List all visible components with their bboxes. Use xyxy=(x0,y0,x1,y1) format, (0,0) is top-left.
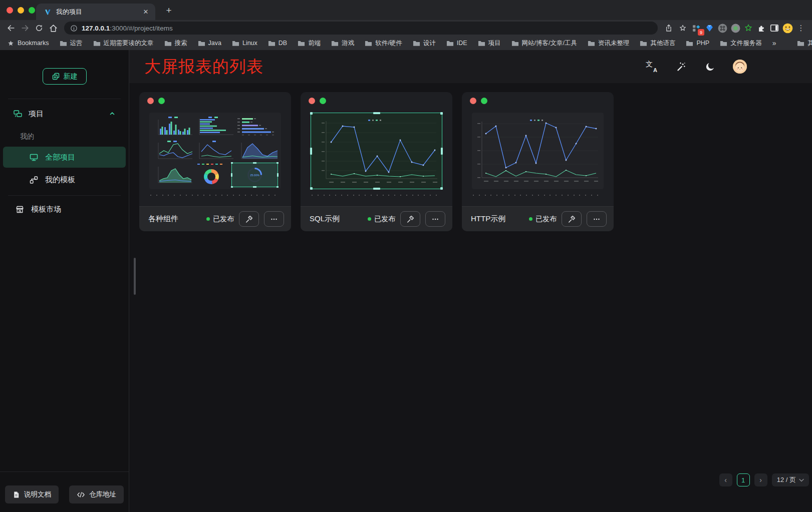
browser-menu-button[interactable]: ⋮ xyxy=(794,22,808,35)
edit-button[interactable] xyxy=(239,211,259,227)
extension-star-button[interactable] xyxy=(742,22,755,35)
folder-icon xyxy=(331,40,339,47)
docs-button[interactable]: 说明文档 xyxy=(5,485,59,503)
extension-blocker-button[interactable]: 9 xyxy=(690,22,703,35)
current-page-button[interactable]: 1 xyxy=(737,473,750,486)
next-page-button[interactable]: › xyxy=(754,473,767,486)
page-size-select[interactable]: 12 / 页 xyxy=(772,473,809,486)
profile-emoji-button[interactable] xyxy=(781,22,794,35)
bookmark-folder[interactable]: 其他语言 xyxy=(640,39,675,48)
bookmark-folder[interactable]: 设计 xyxy=(413,39,436,48)
bookmark-folder[interactable]: 文件服务器 xyxy=(720,39,762,48)
window-controls xyxy=(0,7,35,14)
puzzle-icon xyxy=(757,24,766,33)
selection-handle[interactable] xyxy=(373,188,380,190)
project-card[interactable]: 25.00% 各种组件 已发布 xyxy=(139,92,291,231)
language-button[interactable]: 文 A xyxy=(646,61,658,73)
share-button[interactable] xyxy=(662,22,676,35)
card-preview[interactable]: 25.00% xyxy=(149,113,281,189)
reload-icon xyxy=(35,24,44,33)
card-window-dots xyxy=(147,98,165,104)
translate-icon: 文 xyxy=(646,60,653,69)
home-button[interactable] xyxy=(46,22,60,35)
sidebar-group-projects[interactable]: 项目 xyxy=(0,99,129,128)
reload-button[interactable] xyxy=(32,22,46,35)
selection-handle[interactable] xyxy=(373,112,380,114)
share-icon xyxy=(664,24,673,33)
selection-handle[interactable] xyxy=(310,112,313,115)
window-minimize-button[interactable] xyxy=(18,7,24,14)
card-footer: SQL示例 已发布 xyxy=(301,206,452,231)
scrollbar-thumb[interactable] xyxy=(134,258,136,295)
bookmark-folder[interactable]: 软件/硬件 xyxy=(365,39,402,48)
extensions-puzzle-button[interactable] xyxy=(755,22,768,35)
window-maximize-button[interactable] xyxy=(29,7,35,14)
forward-button[interactable] xyxy=(18,22,32,35)
bookmark-folder[interactable]: Linux xyxy=(232,40,257,47)
back-button[interactable] xyxy=(4,22,18,35)
template-flow-icon xyxy=(29,175,39,185)
status-badge: 已发布 xyxy=(206,215,234,224)
card-footer: HTTP示例 已发布 xyxy=(462,206,614,231)
selection-handle[interactable] xyxy=(440,112,443,115)
back-arrow-icon xyxy=(6,23,16,33)
browser-tab[interactable]: 我的项目 ✕ xyxy=(36,4,155,20)
user-avatar[interactable] xyxy=(733,60,747,74)
window-close-button[interactable] xyxy=(7,7,13,14)
new-project-button[interactable]: 新建 xyxy=(43,68,87,85)
hammer-icon xyxy=(567,215,576,224)
bookmark-folder[interactable]: 近期需要读的文章 xyxy=(93,39,154,48)
card-window-dots xyxy=(309,98,326,104)
project-card[interactable]: HTTP示例 已发布 xyxy=(462,92,614,231)
url-path: :3000/#/project/items xyxy=(110,25,172,32)
address-bar[interactable]: 127.0.0.1:3000/#/project/items xyxy=(64,22,658,35)
bookmarks-overflow-chevron[interactable]: » xyxy=(772,39,776,47)
bookmark-folder[interactable]: 资讯未整理 xyxy=(588,39,630,48)
folder-icon xyxy=(720,40,727,47)
bookmark-folder[interactable]: 前端 xyxy=(298,39,321,48)
bookmark-folder[interactable]: 运营 xyxy=(60,39,83,48)
more-button[interactable] xyxy=(264,211,284,227)
folder-icon xyxy=(93,40,101,47)
bookmark-folder[interactable]: 游戏 xyxy=(331,39,354,48)
bookmark-folder[interactable]: IDE xyxy=(446,40,467,47)
theme-toggle-button[interactable] xyxy=(704,61,716,73)
bookmarks-bar: Bookmarks 运营 近期需要读的文章 搜索 Java Linux DB 前… xyxy=(0,36,812,50)
more-button[interactable] xyxy=(587,211,607,227)
other-bookmarks[interactable]: 其他书签 xyxy=(797,39,812,48)
bookmark-folder[interactable]: DB xyxy=(268,40,287,47)
bookmarks-manager[interactable]: Bookmarks xyxy=(7,40,49,47)
new-tab-button[interactable]: + xyxy=(163,5,175,17)
bookmark-folder[interactable]: 项目 xyxy=(478,39,501,48)
card-preview[interactable] xyxy=(472,113,604,189)
project-card[interactable]: SQL示例 已发布 xyxy=(301,92,452,231)
extension-recorder-button[interactable] xyxy=(729,22,742,35)
selection-handle[interactable] xyxy=(440,187,443,190)
bookmark-folder[interactable]: 网站/博客/文章/工具 xyxy=(511,39,577,48)
tab-close-icon[interactable]: ✕ xyxy=(141,8,150,17)
edit-button[interactable] xyxy=(400,211,420,227)
magic-wand-button[interactable] xyxy=(675,61,687,73)
bookmark-folder[interactable]: PHP xyxy=(686,40,709,47)
more-button[interactable] xyxy=(425,211,445,227)
prev-page-button[interactable]: ‹ xyxy=(719,473,732,486)
sql-line-chart-thumbnail xyxy=(311,113,442,189)
sidebar-item-my-templates[interactable]: 我的模板 xyxy=(3,169,126,190)
extension-gem-button[interactable] xyxy=(703,22,716,35)
bookmark-folder[interactable]: Java xyxy=(198,40,221,47)
side-panel-button[interactable] xyxy=(768,22,781,35)
sidebar-item-all-projects[interactable]: 全部项目 xyxy=(3,147,126,168)
edit-button[interactable] xyxy=(562,211,582,227)
folder-icon xyxy=(60,40,67,47)
folder-icon xyxy=(232,40,239,47)
selection-handle[interactable] xyxy=(310,148,312,155)
selection-handle[interactable] xyxy=(441,148,443,155)
repo-button[interactable]: 仓库地址 xyxy=(69,485,124,503)
extension-command-button[interactable] xyxy=(716,22,729,35)
bookmark-star-button[interactable] xyxy=(676,22,690,35)
sidebar-item-template-market[interactable]: 模板市场 xyxy=(0,196,129,223)
card-preview-selected[interactable] xyxy=(311,113,442,189)
bookmark-folder[interactable]: 搜索 xyxy=(164,39,187,48)
selection-handle[interactable] xyxy=(310,187,313,190)
folder-icon xyxy=(797,40,804,47)
